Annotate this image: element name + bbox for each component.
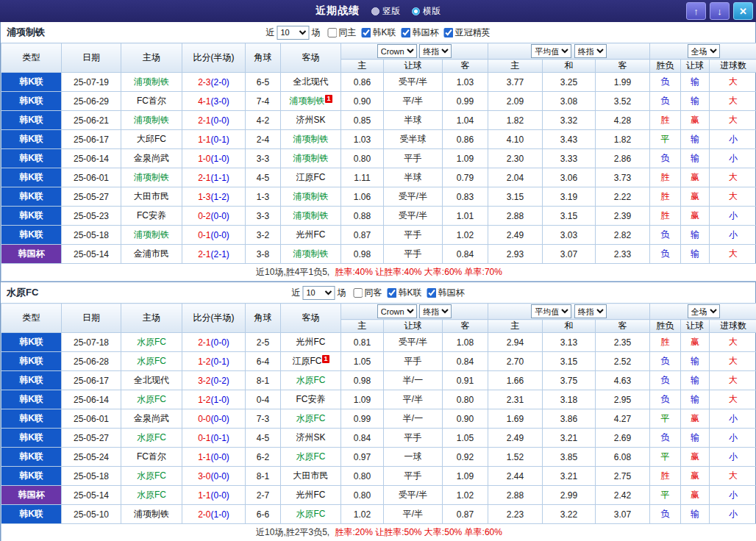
filter-checkbox-3[interactable]: 亚冠精英 — [439, 26, 491, 39]
home-team-name[interactable]: 浦项制铁 — [134, 509, 169, 519]
home-team-name[interactable]: 全北现代 — [134, 375, 169, 385]
scroll-up-button[interactable]: ↑ — [686, 2, 706, 20]
subcol-result: 胜负 — [650, 60, 681, 73]
odds-home-cell: 0.87 — [341, 226, 384, 245]
home-team-name[interactable]: 浦项制铁 — [134, 229, 169, 240]
home-team-name[interactable]: 浦项制铁 — [134, 115, 169, 125]
away-team-name[interactable]: FC安养 — [296, 394, 326, 404]
corner-cell: 3-3 — [246, 207, 281, 226]
layout-radio-vertical[interactable]: 竖版 — [371, 5, 400, 18]
home-team-name[interactable]: FC安养 — [137, 210, 166, 221]
checkbox-input[interactable] — [402, 28, 411, 37]
away-team-name[interactable]: 浦项制铁 — [289, 96, 324, 106]
checkbox-input[interactable] — [387, 288, 396, 298]
odds-away-cell: 1.01 — [443, 207, 488, 226]
home-team-name[interactable]: 金浦市民 — [134, 248, 169, 259]
match-row: 韩国杯25-05-14水原FC1-1(0-0)2-7光州FC0.80受平/半1.… — [1, 486, 756, 505]
col-header-type: 类型 — [1, 304, 62, 333]
away-team-name[interactable]: 济州SK — [296, 432, 325, 443]
home-team-name[interactable]: 水原FC — [137, 490, 166, 500]
handicap-result-cell: 赢 — [681, 187, 710, 207]
checkbox-label: 韩国杯 — [413, 26, 439, 39]
home-team-name[interactable]: 大邱FC — [137, 134, 166, 144]
filter-checkbox-0[interactable]: 同主 — [322, 26, 356, 39]
filter-checkbox-0[interactable]: 同客 — [348, 287, 382, 299]
away-team-name[interactable]: 浦项制铁 — [293, 191, 329, 201]
handicap-cell: 平手 — [384, 149, 443, 168]
checkbox-input[interactable] — [327, 28, 337, 37]
checkbox-input[interactable] — [427, 288, 437, 298]
away-team-name[interactable]: 全北现代 — [293, 76, 329, 87]
goals-result-cell: 大 — [710, 92, 756, 111]
scope-select[interactable]: 全场 — [688, 44, 720, 58]
corner-cell: 3-8 — [246, 245, 281, 264]
bookmaker-select[interactable]: Crown — [377, 304, 417, 318]
average-select[interactable]: 平均值 — [531, 44, 571, 58]
odds-home-cell: 0.81 — [341, 333, 384, 352]
col-header-score: 比分(半场) — [182, 43, 246, 73]
home-team-name[interactable]: FC首尔 — [137, 451, 166, 462]
away-team-name[interactable]: 浦项制铁 — [293, 248, 329, 259]
half-time-score: (0-0) — [211, 211, 229, 221]
home-team-name[interactable]: 水原FC — [137, 470, 166, 481]
half-time-score: (1-2) — [211, 192, 229, 202]
checkbox-input[interactable] — [353, 288, 363, 298]
away-team-name[interactable]: 浦项制铁 — [293, 153, 329, 163]
filter-checkbox-2[interactable]: 韩国杯 — [396, 26, 439, 39]
home-team-name[interactable]: 水原FC — [137, 356, 166, 366]
average-select[interactable]: 平均值 — [531, 304, 571, 318]
filter-checkbox-1[interactable]: 韩K联 — [382, 287, 421, 299]
match-count-select[interactable]: 10 — [302, 286, 335, 300]
odds-select-group: Crown 终指 — [341, 304, 488, 320]
bookmaker-select[interactable]: Crown — [377, 44, 417, 58]
home-team-name[interactable]: 水原FC — [137, 432, 166, 443]
odds-stage-select[interactable]: 终指 — [419, 304, 452, 318]
checkbox-input[interactable] — [444, 28, 454, 37]
scope-select-group: 全场 — [650, 43, 756, 60]
score-cell: 3-0(0-0) — [182, 467, 246, 486]
away-team-name[interactable]: 水原FC — [296, 509, 326, 519]
home-team-name[interactable]: 水原FC — [137, 337, 166, 347]
average-stage-select[interactable]: 终指 — [574, 304, 607, 318]
home-team-name[interactable]: 水原FC — [137, 394, 166, 404]
checkbox-label: 韩K联 — [398, 287, 421, 299]
match-row: 韩K联25-06-29FC首尔4-1(3-0)7-4浦项制铁10.90平/半0.… — [1, 92, 756, 111]
avg-home-cell: 3.15 — [488, 187, 543, 207]
handicap-result-cell: 输 — [681, 390, 710, 409]
close-button[interactable]: ✕ — [733, 2, 753, 20]
match-count-select[interactable]: 10 — [277, 26, 309, 40]
away-team-cell: 光州FC — [281, 486, 341, 505]
date-cell: 25-06-28 — [62, 352, 121, 371]
home-team-name[interactable]: 金泉尚武 — [134, 153, 169, 163]
away-team-name[interactable]: 济州SK — [296, 115, 325, 125]
away-team-name[interactable]: 水原FC — [296, 413, 326, 423]
home-team-name[interactable]: 大田市民 — [134, 191, 169, 201]
avg-away-cell: 2.39 — [596, 207, 650, 226]
filter-checkbox-1[interactable]: 韩K联 — [356, 26, 396, 39]
scroll-down-button[interactable]: ↓ — [710, 2, 730, 20]
odds-stage-select[interactable]: 终指 — [419, 44, 452, 58]
away-team-name[interactable]: 光州FC — [296, 490, 326, 500]
average-stage-select[interactable]: 终指 — [574, 44, 607, 58]
home-team-name[interactable]: 金泉尚武 — [134, 413, 169, 423]
layout-radio-horizontal[interactable]: 横版 — [412, 5, 441, 18]
away-team-name[interactable]: 江原FC — [296, 172, 326, 182]
away-team-name[interactable]: 浦项制铁 — [293, 134, 329, 144]
odds-away-cell: 0.80 — [443, 390, 488, 409]
result-cell: 胜 — [650, 207, 681, 226]
home-team-name[interactable]: FC首尔 — [137, 96, 166, 106]
away-team-name[interactable]: 光州FC — [296, 229, 326, 240]
away-team-name[interactable]: 水原FC — [296, 375, 326, 385]
away-team-name[interactable]: 浦项制铁 — [293, 210, 329, 221]
away-team-name[interactable]: 江原FC — [292, 356, 321, 366]
away-team-name[interactable]: 大田市民 — [293, 470, 329, 481]
checkbox-input[interactable] — [361, 28, 371, 37]
home-team-name[interactable]: 浦项制铁 — [134, 76, 169, 87]
scope-select[interactable]: 全场 — [688, 304, 720, 318]
team-name: 水原FC — [1, 286, 38, 299]
away-team-name[interactable]: 水原FC — [296, 451, 326, 462]
away-team-name[interactable]: 光州FC — [296, 337, 326, 347]
match-row: 韩K联25-07-18水原FC2-1(0-0)2-5光州FC0.81受平/半1.… — [1, 333, 756, 352]
filter-checkbox-2[interactable]: 韩国杯 — [422, 287, 465, 299]
home-team-name[interactable]: 浦项制铁 — [134, 172, 169, 182]
